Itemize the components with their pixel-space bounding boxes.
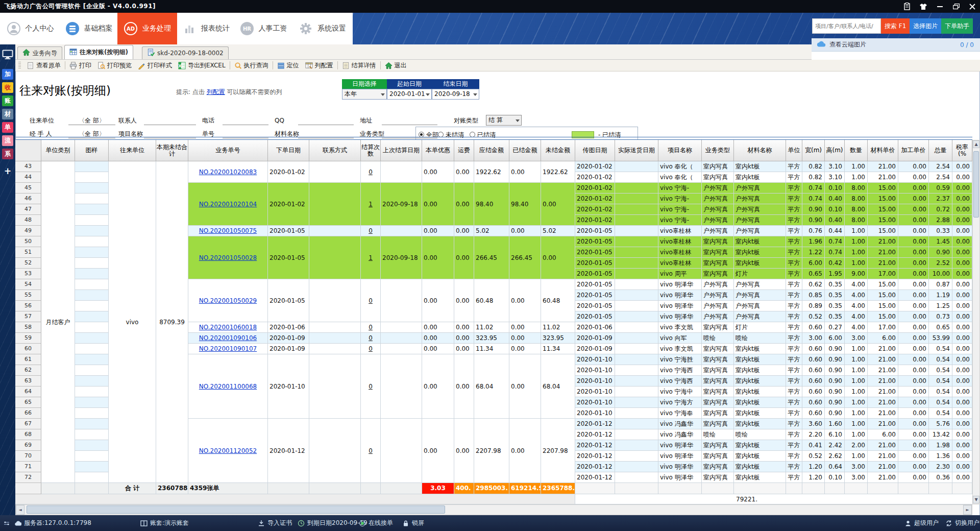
column-header-cat[interactable]: 单位类别 xyxy=(41,140,75,161)
status-switch[interactable]: 切换用户 xyxy=(945,515,979,531)
column-header-tax[interactable]: 税率(% xyxy=(952,140,972,161)
row-number-cell[interactable]: 52 xyxy=(15,258,41,269)
column-header-proj[interactable]: 项目名称 xyxy=(658,140,702,161)
sidebar-badge-流[interactable]: 流 xyxy=(2,135,13,146)
order-link[interactable]: NO.202001100068 xyxy=(199,381,257,392)
h-scroll-left-arrow[interactable]: ◄ xyxy=(16,505,24,515)
notes-icon[interactable] xyxy=(902,3,912,11)
column-header-bal[interactable]: 本期未结合计 xyxy=(156,140,188,161)
row-number-cell[interactable]: 56 xyxy=(15,301,41,311)
nav-item-人事工资[interactable]: HR人事工资 xyxy=(235,13,292,44)
row-number-cell[interactable]: 63 xyxy=(15,376,41,387)
column-header-disc[interactable]: 本单优惠 xyxy=(422,140,454,161)
toolbar-button-detail[interactable]: 结算详情 xyxy=(339,60,379,71)
row-number-cell[interactable]: 54 xyxy=(15,279,41,290)
v-scroll-thumb[interactable] xyxy=(973,151,979,218)
column-header-h[interactable]: 高(m) xyxy=(825,140,845,161)
row-number-cell[interactable]: 45 xyxy=(15,183,41,194)
nav-item-系统设置[interactable]: 系统设置 xyxy=(292,13,353,44)
order-link[interactable]: NO.202001020083 xyxy=(199,167,257,177)
h-scroll-thumb[interactable] xyxy=(27,505,445,514)
settle-times-link[interactable]: 0 xyxy=(369,296,373,306)
status-lock[interactable]: 锁屏 xyxy=(402,515,424,531)
monitor-icon[interactable] xyxy=(2,50,13,61)
sidebar-badge-加[interactable]: 加 xyxy=(2,69,13,80)
row-number-cell[interactable]: 57 xyxy=(15,311,41,322)
hint-column-config-link[interactable]: 列配置 xyxy=(207,88,225,95)
end-date-select[interactable]: 2020-09-18 xyxy=(432,89,479,100)
tab-reconciliation[interactable]: 往来对账(按明细) xyxy=(64,45,133,59)
row-number-cell[interactable]: 48 xyxy=(15,215,41,226)
toolbar-button-printer[interactable]: 打印 xyxy=(66,60,94,71)
row-number-cell[interactable]: 70 xyxy=(15,451,41,462)
sidebar-badge-收[interactable]: 收 xyxy=(2,82,13,93)
settle-times-link[interactable]: 0 xyxy=(369,381,373,392)
row-number-cell[interactable]: 68 xyxy=(15,429,41,440)
status-server[interactable]: 服务器:127.0.0.1:7798 xyxy=(14,515,91,531)
order-link[interactable]: NO.202001050029 xyxy=(199,296,257,306)
close-button[interactable] xyxy=(968,3,977,11)
row-number-cell[interactable]: 55 xyxy=(15,290,41,301)
restore-button[interactable] xyxy=(951,3,961,11)
column-header-pp[interactable]: 加工单价 xyxy=(898,140,929,161)
nav-item-业务处理[interactable]: AD业务处理 xyxy=(117,13,177,44)
column-header-contact[interactable]: 联系方式 xyxy=(309,140,361,161)
pick-image-button[interactable]: 选择图片 xyxy=(910,18,941,34)
sidebar-badge-账[interactable]: 账 xyxy=(2,95,13,106)
tab-order-skd[interactable]: skd-2020-09-18-0002 xyxy=(142,46,229,59)
row-number-cell[interactable]: 67 xyxy=(15,419,41,429)
column-header-order[interactable]: 业务单号 xyxy=(188,140,268,161)
column-header-times[interactable]: 结算次数 xyxy=(361,140,381,161)
settle-times-link[interactable]: 1 xyxy=(369,253,373,263)
column-header-due[interactable]: 应结金额 xyxy=(474,140,509,161)
row-number-cell[interactable]: 50 xyxy=(15,236,41,247)
column-header-paid[interactable]: 已结金额 xyxy=(509,140,541,161)
order-link[interactable]: NO.202001120052 xyxy=(199,446,257,456)
tab-wizard[interactable]: 业务向导 xyxy=(17,46,62,59)
settle-times-link[interactable]: 0 xyxy=(369,446,373,456)
row-number-cell[interactable]: 72 xyxy=(15,472,41,483)
filter-field-地址[interactable] xyxy=(382,116,437,125)
column-header-odate[interactable]: 下单日期 xyxy=(268,140,309,161)
v-scroll-down-arrow[interactable]: ▼ xyxy=(973,496,979,503)
row-number-cell[interactable]: 51 xyxy=(15,247,41,258)
v-scroll-up-arrow[interactable]: ▲ xyxy=(973,140,979,148)
search-button[interactable]: 搜索 F1 xyxy=(881,18,910,34)
toolbar-button-excel[interactable]: X导出到EXCEL xyxy=(175,60,229,71)
toolbar-button-locate[interactable]: 定位 xyxy=(274,60,302,71)
column-header-cust[interactable]: 往来单位 xyxy=(109,140,156,161)
column-header-biz[interactable]: 业务类型 xyxy=(702,140,734,161)
toolbar-button-preview[interactable]: 打印预览 xyxy=(94,60,135,71)
column-header-mat[interactable]: 材料名称 xyxy=(734,140,786,161)
column-header-fr[interactable]: 运费 xyxy=(454,140,474,161)
row-number-cell[interactable]: 44 xyxy=(15,172,41,183)
row-number-cell[interactable]: 62 xyxy=(15,365,41,376)
row-number-cell[interactable]: 61 xyxy=(15,354,41,365)
cloud-panel[interactable]: 查看云端图片 0 / 0 xyxy=(812,38,980,52)
toolbar-button-doc[interactable]: 查看原单 xyxy=(23,60,64,71)
filter-field-电话[interactable] xyxy=(223,116,268,125)
column-header-mp[interactable]: 材料单价 xyxy=(868,140,898,161)
status-user[interactable]: 超级用户 xyxy=(904,515,939,531)
filter-field-QQ[interactable] xyxy=(298,116,354,125)
row-number-cell[interactable]: 49 xyxy=(15,226,41,236)
toolbar-button-pen[interactable]: 打印样式 xyxy=(135,60,175,71)
column-header-pat[interactable]: 图样 xyxy=(75,140,109,161)
status-book[interactable]: 账套:演示账套 xyxy=(140,515,189,531)
filter-field-联系人[interactable] xyxy=(144,116,196,125)
nav-item-个人中心[interactable]: 个人中心 xyxy=(0,13,60,44)
settle-times-link[interactable]: 0 xyxy=(369,344,373,354)
add-shortcut-icon[interactable]: + xyxy=(2,166,13,176)
settle-times-link[interactable]: 0 xyxy=(369,322,373,332)
search-input[interactable] xyxy=(812,18,881,34)
toolbar-grip[interactable] xyxy=(18,62,21,69)
order-link[interactable]: NO.202001020104 xyxy=(199,199,257,209)
nav-item-报表统计[interactable]: 报表统计 xyxy=(177,13,235,44)
settle-times-link[interactable]: 1 xyxy=(369,199,373,209)
row-number-cell[interactable]: 53 xyxy=(15,269,41,279)
column-header-tdate[interactable]: 传图日期 xyxy=(575,140,615,161)
sidebar-badge-单[interactable]: 单 xyxy=(2,122,13,133)
toolbar-button-exit[interactable]: 退出 xyxy=(382,60,410,71)
filter-field-往来单位[interactable]: 〈全 部〉 xyxy=(68,116,115,125)
row-number-cell[interactable]: 66 xyxy=(15,408,41,419)
